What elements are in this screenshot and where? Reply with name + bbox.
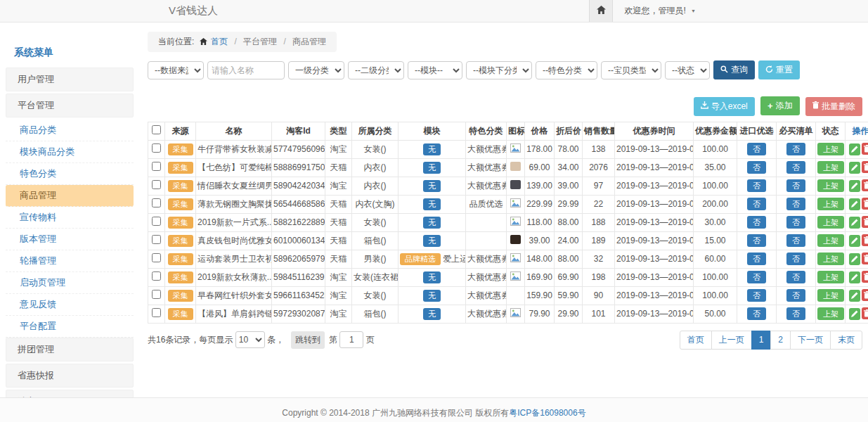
edit-button[interactable] bbox=[849, 290, 860, 302]
sidebar-item-platform-config[interactable]: 平台配置 bbox=[6, 316, 134, 338]
sidebar-item-group-buy-management[interactable]: 拼团管理 bbox=[6, 338, 134, 362]
status-select[interactable]: --状态-- bbox=[665, 61, 710, 79]
user-menu[interactable]: 欢迎您，管理员! ▼ bbox=[613, 5, 696, 17]
sidebar-item-module-goods-category[interactable]: 模块商品分类 bbox=[6, 141, 134, 163]
data-source-select[interactable]: --数据来源-- bbox=[148, 61, 204, 79]
edit-button[interactable] bbox=[849, 271, 860, 283]
delete-button[interactable] bbox=[862, 271, 868, 283]
delete-button[interactable] bbox=[862, 179, 868, 191]
status-toggle[interactable]: 上架 bbox=[817, 143, 844, 155]
status-toggle[interactable]: 上架 bbox=[817, 271, 844, 283]
status-toggle[interactable]: 上架 bbox=[817, 179, 844, 192]
row-checkbox[interactable] bbox=[152, 308, 161, 317]
delete-button[interactable] bbox=[862, 161, 868, 173]
must-buy-toggle[interactable]: 否 bbox=[786, 216, 805, 229]
sidebar-item-carousel-management[interactable]: 轮播管理 bbox=[6, 250, 134, 272]
row-checkbox[interactable] bbox=[152, 162, 161, 171]
edit-button[interactable] bbox=[849, 217, 860, 229]
sidebar-item-feedback[interactable]: 意见反馈 bbox=[6, 294, 134, 316]
edit-button[interactable] bbox=[849, 198, 860, 210]
level2-category-select[interactable]: --二级分类-- bbox=[348, 61, 404, 79]
sidebar-item-splash-page-management[interactable]: 启动页管理 bbox=[6, 272, 134, 294]
sidebar-item-goods-management[interactable]: 商品管理 bbox=[6, 185, 134, 207]
status-toggle[interactable]: 上架 bbox=[817, 216, 844, 229]
breadcrumb-home-link[interactable]: 首页 bbox=[211, 37, 228, 46]
edit-button[interactable] bbox=[849, 180, 860, 192]
import-optimal-toggle[interactable]: 否 bbox=[747, 179, 766, 192]
page-number-input[interactable] bbox=[339, 331, 363, 348]
import-excel-button[interactable]: 导入excel bbox=[694, 97, 755, 116]
must-buy-toggle[interactable]: 否 bbox=[786, 161, 805, 174]
name-input[interactable] bbox=[207, 61, 285, 79]
select-all-checkbox[interactable] bbox=[152, 125, 161, 134]
pager-next[interactable]: 下一页 bbox=[790, 331, 831, 350]
import-optimal-toggle[interactable]: 否 bbox=[747, 161, 766, 174]
pager-page-1[interactable]: 1 bbox=[751, 331, 772, 350]
edit-button[interactable] bbox=[849, 253, 860, 265]
status-toggle[interactable]: 上架 bbox=[817, 289, 844, 302]
row-checkbox[interactable] bbox=[152, 271, 161, 281]
feature-category-select[interactable]: --特色分类-- bbox=[536, 61, 597, 79]
import-optimal-toggle[interactable]: 否 bbox=[747, 234, 766, 247]
edit-button[interactable] bbox=[849, 308, 860, 320]
reset-button[interactable]: 重置 bbox=[758, 60, 800, 79]
sidebar-item-platform-management[interactable]: 平台管理 bbox=[6, 94, 134, 117]
import-optimal-toggle[interactable]: 否 bbox=[747, 289, 766, 302]
pager-prev[interactable]: 上一页 bbox=[711, 331, 752, 350]
sidebar-item-user-management[interactable]: 用户管理 bbox=[6, 68, 134, 91]
status-toggle[interactable]: 上架 bbox=[817, 234, 844, 247]
import-optimal-toggle[interactable]: 否 bbox=[747, 271, 766, 283]
must-buy-toggle[interactable]: 否 bbox=[786, 271, 805, 283]
pager-first[interactable]: 首页 bbox=[680, 331, 712, 350]
sidebar-item-feature-category[interactable]: 特色分类 bbox=[6, 163, 134, 185]
delete-button[interactable] bbox=[862, 289, 868, 301]
edit-button[interactable] bbox=[849, 235, 860, 247]
edit-button[interactable] bbox=[849, 162, 860, 174]
import-optimal-toggle[interactable]: 否 bbox=[747, 216, 766, 229]
import-optimal-toggle[interactable]: 否 bbox=[747, 252, 766, 265]
add-button[interactable]: + 添加 bbox=[760, 96, 800, 115]
row-checkbox[interactable] bbox=[152, 180, 161, 189]
module-select[interactable]: --模块-- bbox=[408, 61, 462, 79]
delete-button[interactable] bbox=[862, 143, 868, 155]
module-sub-category-select[interactable]: --模块下分类-- bbox=[466, 61, 532, 79]
must-buy-toggle[interactable]: 否 bbox=[786, 198, 805, 210]
level1-category-select[interactable]: 一级分类 bbox=[288, 61, 344, 79]
sidebar-item-goods-category[interactable]: 商品分类 bbox=[6, 120, 134, 141]
batch-delete-button[interactable]: 批量删除 bbox=[805, 97, 862, 116]
row-checkbox[interactable] bbox=[152, 290, 161, 299]
icp-link[interactable]: 粤ICP备16098006号 bbox=[509, 408, 585, 418]
sidebar-item-savings-express[interactable]: 省惠快报 bbox=[6, 364, 134, 388]
sidebar-item-promo-material[interactable]: 宣传物料 bbox=[6, 207, 134, 229]
edit-button[interactable] bbox=[849, 143, 860, 155]
must-buy-toggle[interactable]: 否 bbox=[786, 307, 805, 320]
sidebar-item-version-management[interactable]: 版本管理 bbox=[6, 229, 134, 250]
import-optimal-toggle[interactable]: 否 bbox=[747, 143, 766, 155]
must-buy-toggle[interactable]: 否 bbox=[786, 179, 805, 192]
search-button[interactable]: 查询 bbox=[713, 60, 755, 79]
delete-button[interactable] bbox=[862, 198, 868, 210]
row-checkbox[interactable] bbox=[152, 217, 161, 226]
must-buy-toggle[interactable]: 否 bbox=[786, 234, 805, 247]
pager-last[interactable]: 末页 bbox=[830, 331, 862, 350]
row-checkbox[interactable] bbox=[152, 235, 161, 244]
row-checkbox[interactable] bbox=[152, 198, 161, 207]
status-toggle[interactable]: 上架 bbox=[817, 198, 844, 210]
must-buy-toggle[interactable]: 否 bbox=[786, 289, 805, 302]
status-toggle[interactable]: 上架 bbox=[817, 252, 844, 265]
home-button[interactable] bbox=[589, 0, 613, 22]
per-page-select[interactable]: 10 bbox=[235, 331, 265, 348]
jump-button[interactable]: 跳转到 bbox=[291, 331, 325, 349]
pager-page-2[interactable]: 2 bbox=[770, 331, 791, 350]
must-buy-toggle[interactable]: 否 bbox=[786, 252, 805, 265]
delete-button[interactable] bbox=[862, 307, 868, 319]
status-toggle[interactable]: 上架 bbox=[817, 161, 844, 174]
import-optimal-toggle[interactable]: 否 bbox=[747, 198, 766, 210]
row-checkbox[interactable] bbox=[152, 253, 161, 262]
item-type-select[interactable]: --宝贝类型-- bbox=[601, 61, 661, 79]
status-toggle[interactable]: 上架 bbox=[817, 307, 844, 320]
row-checkbox[interactable] bbox=[152, 143, 161, 153]
import-optimal-toggle[interactable]: 否 bbox=[747, 307, 766, 320]
delete-button[interactable] bbox=[862, 216, 868, 228]
delete-button[interactable] bbox=[862, 234, 868, 246]
